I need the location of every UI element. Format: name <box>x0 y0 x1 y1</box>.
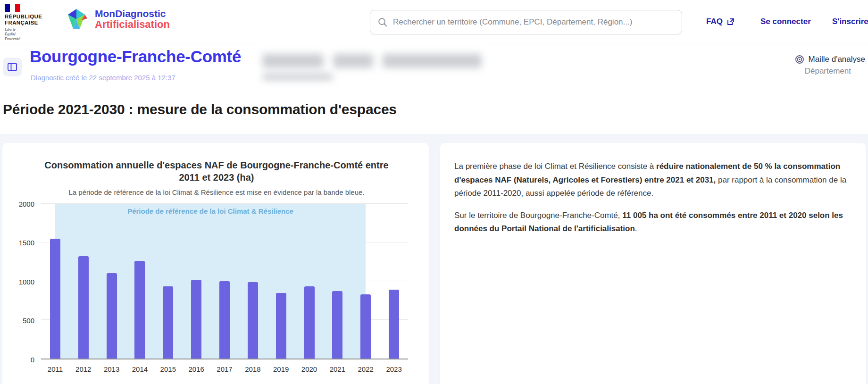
brand-wordmark: MonDiagnostic Artificialisation <box>95 8 170 30</box>
maille-label: Maille d'analyse <box>809 55 865 64</box>
x-tick-label: 2019 <box>273 365 289 373</box>
section-heading-row: Période 2021-2030 : mesure de la consomm… <box>0 94 868 134</box>
app-logo[interactable]: MonDiagnostic Artificialisation <box>64 8 170 31</box>
bar-2019[interactable] <box>276 293 286 359</box>
x-tick-label: 2018 <box>245 365 260 373</box>
x-tick-label: 2021 <box>330 365 345 373</box>
faq-label: FAQ <box>706 17 723 26</box>
brand-line1: MonDiagnostic <box>95 8 170 19</box>
bar-2020[interactable] <box>304 286 315 359</box>
x-tick-label: 2017 <box>217 365 232 373</box>
y-tick-label: 1500 <box>19 239 34 247</box>
sidebar-panel-icon <box>7 62 17 72</box>
info-paragraph: La première phase de loi Climat et Résil… <box>454 160 850 200</box>
maille-value: Département <box>795 67 865 76</box>
x-tick-label: 2012 <box>75 365 91 373</box>
bar-2021[interactable] <box>332 291 342 359</box>
bar-chart: 0500100015002000 Période de référence de… <box>13 204 420 384</box>
y-tick-label: 1000 <box>19 277 34 285</box>
target-icon <box>795 55 804 64</box>
brand-line2: Artificialisation <box>95 19 170 30</box>
territory-title: Bourgogne-Franche-Comté <box>30 47 241 66</box>
bar-2022[interactable] <box>360 294 371 359</box>
y-tick-label: 2000 <box>19 200 34 208</box>
reference-band-label: Période de référence de la loi Climat & … <box>55 207 366 215</box>
top-header: RÉPUBLIQUE FRANÇAISE Liberté Égalité Fra… <box>0 0 868 44</box>
bar-2013[interactable] <box>107 273 117 358</box>
chart-plot: Période de référence de la loi Climat & … <box>41 204 408 359</box>
gov-motto: Liberté Égalité Fraternité <box>5 27 57 41</box>
x-tick-label: 2022 <box>358 365 374 373</box>
search-input[interactable] <box>370 10 682 34</box>
search-icon <box>377 17 388 27</box>
external-link-icon <box>727 18 734 25</box>
faq-link[interactable]: FAQ <box>706 17 734 26</box>
bar-2014[interactable] <box>134 261 145 359</box>
gov-logo-text: RÉPUBLIQUE FRANÇAISE <box>5 14 57 26</box>
chart-subtitle: La période de référence de la loi Climat… <box>13 188 420 196</box>
reference-band: Période de référence de la loi Climat & … <box>55 204 366 359</box>
bar-2011[interactable] <box>50 239 60 359</box>
x-tick-label: 2011 <box>48 365 63 373</box>
blurred-text <box>262 52 498 81</box>
main-content: Consommation annuelle d'espaces NAF de B… <box>0 134 868 384</box>
bar-2012[interactable] <box>78 256 89 358</box>
chart-yaxis: 0500100015002000 <box>13 204 37 359</box>
info-paragraph: Sur le territoire de Bourgogne-Franche-C… <box>454 209 850 236</box>
chart-title: Consommation annuelle d'espaces NAF de B… <box>44 159 389 184</box>
section-title: Période 2021-2030 : mesure de la consomm… <box>3 101 397 117</box>
bar-2016[interactable] <box>191 280 201 359</box>
bar-2017[interactable] <box>219 281 230 359</box>
diagnostic-date: Diagnostic créé le 22 septembre 2025 à 1… <box>31 74 175 82</box>
x-tick-label: 2015 <box>160 365 176 373</box>
x-tick-label: 2013 <box>104 365 119 373</box>
x-tick-label: 2016 <box>188 365 204 373</box>
y-tick-label: 500 <box>23 317 34 325</box>
gov-logo-line1: RÉPUBLIQUE <box>5 14 57 20</box>
x-tick-label: 2023 <box>386 365 401 373</box>
x-tick-label: 2020 <box>301 365 317 373</box>
french-flag-icon <box>5 4 20 12</box>
sidebar-toggle-button[interactable] <box>3 58 22 76</box>
bar-2015[interactable] <box>163 286 173 359</box>
info-card: La première phase de loi Climat et Résil… <box>440 143 866 384</box>
x-tick-label: 2014 <box>132 365 148 373</box>
gov-logo: RÉPUBLIQUE FRANÇAISE Liberté Égalité Fra… <box>5 4 57 41</box>
chart-xaxis: 2011201220132014201520162017201820192020… <box>41 362 408 375</box>
bar-2023[interactable] <box>389 290 399 359</box>
maille-analyse-control[interactable]: Maille d'analyse Département <box>795 55 865 76</box>
info-paragraphs: La première phase de loi Climat et Résil… <box>454 160 850 236</box>
gov-logo-line2: FRANÇAISE <box>5 20 57 26</box>
signup-link[interactable]: S'inscrire <box>832 17 868 26</box>
chart-card: Consommation annuelle d'espaces NAF de B… <box>2 143 429 384</box>
login-link[interactable]: Se connecter <box>760 17 811 26</box>
territory-search <box>370 10 682 34</box>
territory-bar: Bourgogne-Franche-Comté Diagnostic créé … <box>0 44 868 94</box>
y-tick-label: 0 <box>31 355 34 363</box>
bar-2018[interactable] <box>248 282 258 359</box>
brand-diamond-icon <box>64 8 89 31</box>
